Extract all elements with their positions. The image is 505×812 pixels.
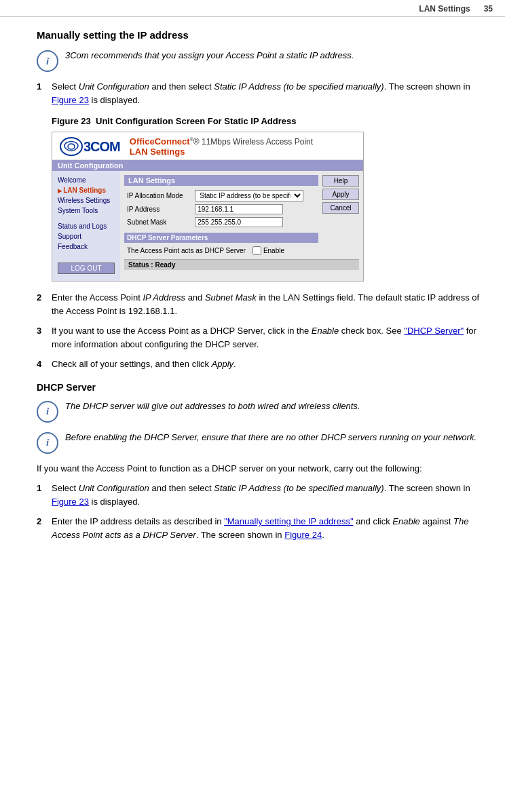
ui-panel-title: LAN Settings <box>124 175 318 186</box>
ui-sidebar: Welcome LAN Settings Wireless Settings S… <box>52 171 120 281</box>
ui-form-row-allocation: IP Allocation Mode Static IP address (to… <box>124 189 318 203</box>
step-number-2: 2 <box>37 291 52 317</box>
sidebar-item-system[interactable]: System Tools <box>52 206 120 216</box>
ui-select-allocation[interactable]: Static IP address (to be specified manua… <box>195 190 303 201</box>
em-enable-2: Enable <box>392 516 419 526</box>
link-figure23-2[interactable]: Figure 23 <box>52 497 89 507</box>
step-text-4: Check all of your settings, and then cli… <box>52 357 236 371</box>
ui-body: Welcome LAN Settings Wireless Settings S… <box>52 171 363 281</box>
ui-input-subnet[interactable] <box>195 217 283 227</box>
ui-input-ip-cell <box>192 203 318 216</box>
ui-form-table: IP Allocation Mode Static IP address (to… <box>124 189 318 229</box>
sidebar-logout-btn[interactable]: LOG OUT <box>58 263 115 274</box>
step-number-1: 1 <box>37 80 52 107</box>
page-content: Manually setting the IP address i 3Com r… <box>0 17 505 560</box>
step-1: 1 Select Unit Configuration and then sel… <box>37 80 481 107</box>
ui-label-subnet: Subnet Mask <box>124 216 192 229</box>
dhcp-step-number-1: 1 <box>37 482 52 508</box>
sidebar-divider-2 <box>52 252 120 257</box>
ui-top-bar: 3com OfficeConnect®® 11Mbps Wireless Acc… <box>52 132 363 160</box>
link-manually-setting[interactable]: "Manually setting the IP address" <box>224 516 353 526</box>
svg-point-1 <box>68 144 75 149</box>
info-text-dhcp-2: Before enabling the DHCP Server, ensure … <box>65 431 476 444</box>
section-title-dhcp: DHCP Server <box>37 382 481 393</box>
steps-list-2-4: 2 Enter the Access Point IP Address and … <box>37 291 481 371</box>
step-3: 3 If you want to use the Access Point as… <box>37 324 481 351</box>
step-4: 4 Check all of your settings, and then c… <box>37 357 481 371</box>
step-2: 2 Enter the Access Point IP Address and … <box>37 291 481 317</box>
step-text-3: If you want to use the Access Point as a… <box>52 324 481 351</box>
ui-input-allocation: Static IP address (to be specified manua… <box>192 189 318 203</box>
ui-enable-area: Enable <box>252 246 284 255</box>
ui-logo: 3com <box>59 136 120 157</box>
ui-nav-title: Unit Configuration <box>52 160 363 171</box>
figure-23-label: Figure 23 Unit Configuration Screen For … <box>52 116 481 126</box>
info-icon-1: i <box>37 50 58 72</box>
ui-product-name-span: OfficeConnect <box>130 136 190 147</box>
em-unit-config-2: Unit Configuration <box>79 483 149 493</box>
info-box-dhcp-2: i Before enabling the DHCP Server, ensur… <box>37 431 481 454</box>
sidebar-item-status[interactable]: Status and Logs <box>52 221 120 231</box>
ui-apply-btn[interactable]: Apply <box>322 189 359 200</box>
ui-main-and-btns: LAN Settings IP Allocation Mode Static I… <box>124 175 359 256</box>
ui-status-bar: Status : Ready <box>124 259 359 270</box>
figure-23-caption: Unit Configuration Screen For Static IP … <box>96 116 296 126</box>
italic-static-ip: Static IP Address (to be specified manua… <box>214 81 384 92</box>
ui-dhcp-check-label: The Access Point acts as DHCP Server <box>127 247 246 254</box>
ui-enable-label: Enable <box>263 247 284 254</box>
em-apply: Apply <box>212 359 234 369</box>
info-text-dhcp-1: The DHCP server will give out addresses … <box>65 400 360 413</box>
svg-point-0 <box>60 138 82 155</box>
sidebar-item-welcome[interactable]: Welcome <box>52 175 120 185</box>
link-figure23[interactable]: Figure 23 <box>52 95 89 105</box>
sidebar-item-lan[interactable]: LAN Settings <box>52 185 120 195</box>
em-ip-address: IP Address <box>143 292 185 303</box>
ui-form-area: LAN Settings IP Allocation Mode Static I… <box>124 175 318 256</box>
ui-enable-checkbox[interactable] <box>252 246 261 255</box>
ui-dhcp-section-title: DHCP Server Parameters <box>124 233 318 243</box>
ui-label-ip: IP Address <box>124 203 192 216</box>
italic-unit-config: Unit Configuration <box>79 81 149 92</box>
ui-checkbox-row: The Access Point acts as DHCP Server Ena… <box>124 245 318 256</box>
info-box-static-ip: i 3Com recommends that you assign your A… <box>37 49 481 72</box>
link-figure24[interactable]: Figure 24 <box>284 530 322 540</box>
ui-main: LAN Settings IP Allocation Mode Static I… <box>120 171 363 281</box>
step-number-3: 3 <box>37 324 52 351</box>
ui-logo-text: 3com <box>83 139 120 155</box>
info-box-dhcp-1: i The DHCP server will give out addresse… <box>37 400 481 423</box>
dhcp-steps-list: 1 Select Unit Configuration and then sel… <box>37 482 481 541</box>
dhcp-step-text-1: Select Unit Configuration and then selec… <box>52 482 481 508</box>
ui-cancel-btn[interactable]: Cancel <box>322 202 359 214</box>
dhcp-step-1: 1 Select Unit Configuration and then sel… <box>37 482 481 508</box>
step-number-4: 4 <box>37 357 52 371</box>
header-section: LAN Settings <box>419 4 470 14</box>
page-header: LAN Settings 35 <box>0 0 505 17</box>
em-static-ip-2: Static IP Address (to be specified manua… <box>214 483 384 493</box>
header-page: 35 <box>484 4 493 14</box>
ui-input-subnet-cell <box>192 216 318 229</box>
sidebar-item-support[interactable]: Support <box>52 231 120 241</box>
dhcp-step-number-2: 2 <box>37 515 52 541</box>
info-icon-2: i <box>37 401 58 423</box>
ui-form-row-subnet: Subnet Mask <box>124 216 318 229</box>
info-text-static-ip: 3Com recommends that you assign your Acc… <box>65 49 354 62</box>
ui-input-ip[interactable] <box>195 204 283 214</box>
ui-product-suffix: ® 11Mbps Wireless Access Point <box>193 137 313 147</box>
em-subnet-mask: Subnet Mask <box>205 292 257 303</box>
sidebar-divider <box>52 216 120 221</box>
info-icon-3: i <box>37 432 58 454</box>
step-text-2: Enter the Access Point IP Address and Su… <box>52 291 481 317</box>
link-dhcp-server[interactable]: "DHCP Server" <box>404 326 464 336</box>
ui-lan-settings-label: LAN Settings <box>130 147 313 157</box>
sidebar-item-feedback[interactable]: Feedback <box>52 241 120 252</box>
ui-title-bar: OfficeConnect®® 11Mbps Wireless Access P… <box>130 136 313 157</box>
sidebar-item-wireless[interactable]: Wireless Settings <box>52 195 120 206</box>
dhcp-step-2: 2 Enter the IP address details as descri… <box>37 515 481 541</box>
em-enable: Enable <box>312 326 339 336</box>
ui-help-btn[interactable]: Help <box>322 175 359 187</box>
ui-product-name: OfficeConnect®® 11Mbps Wireless Access P… <box>130 136 313 147</box>
ui-screenshot-figure23: 3com OfficeConnect®® 11Mbps Wireless Acc… <box>52 132 364 282</box>
dhcp-step-text-2: Enter the IP address details as describe… <box>52 515 481 541</box>
ui-form-row-ip: IP Address <box>124 203 318 216</box>
step-text-1: Select Unit Configuration and then selec… <box>52 80 481 107</box>
